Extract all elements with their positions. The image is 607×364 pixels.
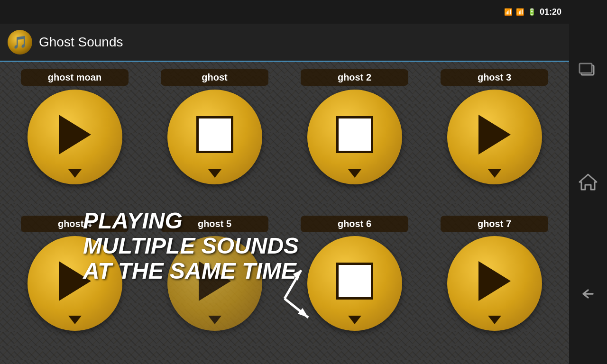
sound-cell-ghost2: ghost 2	[285, 66, 424, 213]
sound-button-ghost2[interactable]	[307, 90, 402, 184]
sound-cell-ghost: ghost	[145, 66, 285, 213]
dropdown-arrow	[488, 316, 501, 324]
dropdown-arrow	[488, 169, 501, 178]
home-button[interactable]	[576, 170, 600, 194]
recent-apps-button[interactable]	[576, 58, 600, 82]
main-area: ghost moan ghost ghost 2	[0, 62, 569, 364]
play-icon	[59, 261, 91, 301]
sound-label-ghost4: ghost 4	[21, 216, 128, 232]
sound-label-ghost5: ghost 5	[161, 216, 268, 232]
wifi-icon: 📶	[504, 8, 512, 16]
status-time: 01:20	[540, 7, 561, 17]
play-icon	[199, 261, 231, 301]
sound-button-ghost7[interactable]	[447, 236, 542, 331]
sound-label-ghost: ghost	[161, 69, 268, 86]
dropdown-arrow	[68, 316, 82, 324]
stop-icon	[196, 116, 233, 153]
app-icon: 🎵	[8, 30, 32, 55]
back-button[interactable]	[576, 282, 600, 306]
sound-label-ghost7: ghost 7	[441, 216, 548, 232]
sound-cell-ghost4: ghost 4	[5, 213, 145, 359]
dropdown-arrow	[208, 169, 221, 178]
stop-icon	[336, 263, 373, 300]
play-icon	[59, 115, 91, 155]
sound-cell-ghost3: ghost 3	[424, 66, 564, 213]
dropdown-arrow	[348, 316, 361, 324]
sound-label-ghost-moan: ghost moan	[21, 69, 128, 86]
sound-cell-ghost7: ghost 7	[424, 213, 564, 359]
status-bar: 📶 📶 🔋 01:20	[0, 0, 569, 24]
dropdown-arrow	[348, 169, 361, 178]
sound-grid: ghost moan ghost ghost 2	[0, 62, 569, 364]
sound-cell-ghost6: ghost 6	[285, 213, 424, 359]
play-icon	[478, 115, 511, 155]
sound-button-ghost[interactable]	[167, 90, 262, 184]
sound-button-ghost3[interactable]	[447, 90, 542, 184]
battery-icon: 🔋	[528, 8, 536, 16]
app-title: Ghost Sounds	[39, 35, 123, 50]
sound-button-ghost5[interactable]	[167, 236, 262, 331]
dropdown-arrow	[208, 316, 221, 324]
sound-label-ghost6: ghost 6	[301, 216, 408, 232]
svg-rect-5	[579, 64, 592, 73]
signal-icon: 📶	[516, 8, 524, 16]
sound-button-ghost-moan[interactable]	[28, 90, 122, 184]
right-nav	[569, 0, 607, 364]
sound-label-ghost3: ghost 3	[441, 69, 548, 86]
sound-button-ghost4[interactable]	[28, 236, 122, 331]
sound-cell-ghost-moan: ghost moan	[5, 66, 145, 213]
svg-marker-6	[579, 174, 597, 190]
app-header: 🎵 Ghost Sounds	[0, 24, 569, 62]
stop-icon	[336, 116, 373, 153]
play-icon	[478, 261, 511, 301]
sound-cell-ghost5: ghost 5	[145, 213, 285, 359]
sound-button-ghost6[interactable]	[307, 236, 402, 331]
sound-label-ghost2: ghost 2	[301, 69, 408, 86]
dropdown-arrow	[68, 169, 82, 178]
